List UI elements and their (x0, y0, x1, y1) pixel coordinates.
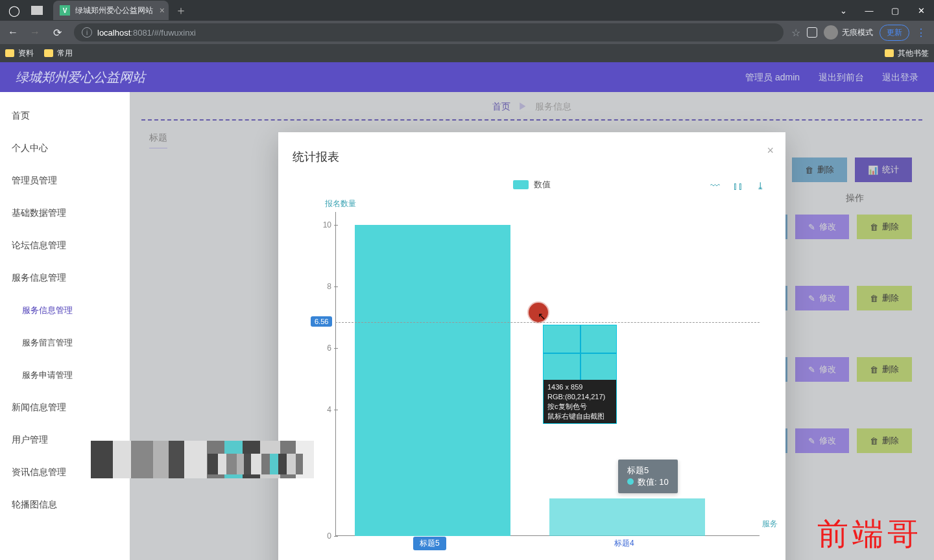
modal-title: 统计报表 (278, 132, 785, 179)
sidebar-item-basedata[interactable]: 基础数据管理 (0, 197, 130, 229)
capture-freecut-hint: 鼠标右键自由截图 (547, 412, 612, 421)
bookmark-item[interactable]: 资料 (5, 48, 34, 59)
to-frontend-link[interactable]: 退出到前台 (819, 72, 864, 82)
sidebar-item-service-apply[interactable]: 服务申请管理 (0, 359, 130, 391)
tooltip-value: 10 (659, 477, 668, 487)
maximize-icon[interactable]: ▢ (882, 0, 908, 21)
y-axis-name: 报名数量 (325, 198, 772, 209)
bar-1[interactable] (355, 225, 510, 536)
folder-icon (885, 49, 894, 57)
nav-reload-icon[interactable]: ⟳ (48, 23, 66, 41)
navigation-bar: ← → ⟳ i localhost:8081/#/fuwuxinxi ☆ 无痕模… (0, 21, 934, 44)
bar-2[interactable] (549, 498, 705, 536)
nav-back-icon[interactable]: ← (4, 23, 22, 41)
app-title: 绿城郑州爱心公益网站 (16, 69, 145, 86)
y-tick: 0 (327, 531, 331, 541)
modal-overlay[interactable]: × 统计报表 〰 ⫿⫿ ⤓ 数值 报名数量 (130, 92, 934, 560)
x-axis-name: 服务 (762, 519, 778, 530)
tab-close-icon[interactable]: × (160, 5, 165, 16)
page-icon[interactable] (31, 6, 43, 15)
extensions-icon[interactable] (807, 27, 817, 38)
update-button[interactable]: 更新 (880, 25, 909, 41)
capture-dimensions: 1436 x 859 (547, 382, 612, 392)
sidebar-item-home[interactable]: 首页 (0, 100, 130, 132)
bookmark-item[interactable]: 常用 (44, 48, 73, 59)
sidebar-item-news[interactable]: 新闻信息管理 (0, 391, 130, 424)
menu-icon[interactable]: ⋮ (916, 27, 926, 39)
tab-search-icon[interactable]: ⌄ (830, 0, 856, 21)
average-markline: 6.56 (335, 322, 760, 323)
capture-copy-hint: 按c复制色号 (547, 402, 612, 412)
y-tick: 10 (323, 220, 331, 229)
app-header: 绿城郑州爱心公益网站 管理员 admin 退出到前台 退出登录 (0, 62, 934, 92)
folder-icon (5, 49, 14, 57)
y-tick: 4 (327, 405, 331, 414)
tooltip-dot-icon (627, 478, 634, 485)
sidebar-item-service-parent[interactable]: 服务信息管理 (0, 262, 130, 294)
chart-legend[interactable]: 数值 (291, 179, 772, 191)
nav-forward-icon[interactable]: → (26, 23, 44, 41)
logout-link[interactable]: 退出登录 (882, 72, 918, 82)
tooltip-name: 标题5 (627, 465, 669, 476)
sidebar-item-forum[interactable]: 论坛信息管理 (0, 229, 130, 262)
close-window-icon[interactable]: ✕ (908, 0, 934, 21)
capture-rgb: RGB:(80,214,217) (547, 392, 612, 402)
incognito-label: 无痕模式 (842, 27, 873, 38)
bookmark-label: 其他书签 (898, 48, 929, 59)
incognito-badge[interactable]: 无痕模式 (824, 25, 873, 40)
chart-plot[interactable]: 10 8 6 4 0 标题5 标题4 服务 6.56 (335, 212, 760, 536)
bookmark-label: 常用 (57, 48, 73, 59)
vue-favicon-icon: V (60, 5, 70, 16)
legend-swatch (513, 180, 529, 189)
sidebar-item-profile[interactable]: 个人中心 (0, 132, 130, 165)
tab-bar: ◯ V 绿城郑州爱心公益网站 × ＋ ⌄ — ▢ ✕ (0, 0, 934, 21)
sidebar: 首页 个人中心 管理员管理 基础数据管理 论坛信息管理 服务信息管理 服务信息管… (0, 92, 130, 560)
browser-tab[interactable]: V 绿城郑州爱心公益网站 × (53, 1, 169, 20)
censored-region (208, 454, 311, 474)
url-path: /#/fuwuxinxi (152, 28, 196, 38)
address-bar[interactable]: i localhost:8081/#/fuwuxinxi (74, 23, 784, 41)
browser-chrome: ◯ V 绿城郑州爱心公益网站 × ＋ ⌄ — ▢ ✕ ← → ⟳ i local… (0, 0, 934, 62)
color-picker-tooltip: 1436 x 859 RGB:(80,214,217) 按c复制色号 鼠标右键自… (543, 325, 617, 424)
content-area: 首页 ▶ 服务信息 标题 🗑删除 📊统计 操作 ☰详情 ✎修改 🗑删除 ☰详情 … (130, 92, 934, 560)
chart-container: 〰 ⫿⫿ ⤓ 数值 报名数量 10 8 (278, 179, 785, 536)
sidebar-item-service-msg[interactable]: 服务留言管理 (0, 327, 130, 359)
markline-value: 6.56 (311, 316, 332, 327)
new-tab-icon[interactable]: ＋ (175, 3, 187, 18)
line-chart-icon[interactable]: 〰 (710, 180, 720, 192)
user-label[interactable]: 管理员 admin (745, 72, 800, 82)
click-indicator-icon (529, 303, 548, 322)
sidebar-item-admin[interactable]: 管理员管理 (0, 165, 130, 197)
bar-chart-icon[interactable]: ⫿⫿ (733, 180, 743, 192)
site-info-icon[interactable]: i (82, 27, 92, 38)
sidebar-item-carousel[interactable]: 轮播图信息 (0, 489, 130, 521)
x-category: 标题5 (413, 537, 446, 550)
minimize-icon[interactable]: — (856, 0, 882, 21)
chart-tooltip: 标题5 数值: 10 (618, 460, 678, 493)
tab-title: 绿城郑州爱心公益网站 (75, 5, 153, 16)
bookmark-label: 资料 (18, 48, 34, 59)
globe-icon[interactable]: ◯ (6, 3, 22, 18)
legend-label: 数值 (534, 179, 551, 191)
other-bookmarks[interactable]: 其他书签 (885, 48, 929, 59)
chart-toolbar: 〰 ⫿⫿ ⤓ (710, 180, 765, 192)
y-tick: 8 (327, 282, 331, 291)
sidebar-item-service-info[interactable]: 服务信息管理 (0, 294, 130, 327)
statistics-modal: × 统计报表 〰 ⫿⫿ ⤓ 数值 报名数量 (278, 132, 785, 560)
x-category: 标题4 (608, 537, 641, 550)
url-host: localhost (97, 28, 130, 38)
download-icon[interactable]: ⤓ (756, 180, 765, 192)
folder-icon (44, 49, 53, 57)
incognito-icon (824, 25, 838, 40)
url-port: :8081 (130, 28, 152, 38)
bookmark-star-icon[interactable]: ☆ (791, 27, 800, 39)
y-tick: 6 (327, 344, 331, 353)
bookmark-bar: 资料 常用 其他书签 (0, 44, 934, 62)
modal-close-icon[interactable]: × (767, 144, 774, 158)
magnifier-preview (544, 325, 616, 380)
y-axis (335, 212, 336, 536)
tooltip-series: 数值: (638, 477, 657, 487)
